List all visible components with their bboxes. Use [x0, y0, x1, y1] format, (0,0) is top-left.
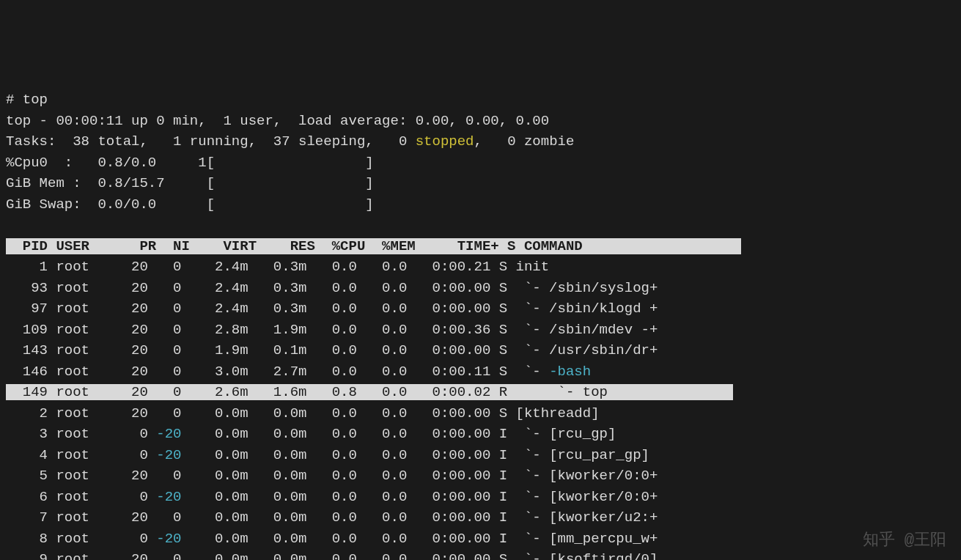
process-row: 3 root 0 -20 0.0m 0.0m 0.0 0.0 0:00.00 I… — [6, 426, 616, 442]
process-row: 9 root 20 0 0.0m 0.0m 0.0 0.0 0:00.00 S … — [6, 551, 658, 560]
prompt-line: # top — [6, 92, 48, 108]
top-cpu-line: %Cpu0 : 0.8/0.0 1[ ] — [6, 155, 374, 171]
process-row: 8 root 0 -20 0.0m 0.0m 0.0 0.0 0:00.00 I… — [6, 531, 658, 547]
top-summary-tasks-pre: Tasks: 38 total, 1 running, 37 sleeping,… — [6, 133, 416, 150]
process-table-header: PID USER PR NI VIRT RES %CPU %MEM TIME+ … — [6, 238, 741, 254]
top-summary-uptime: top - 00:00:11 up 0 min, 1 user, load av… — [6, 113, 549, 129]
process-row: 97 root 20 0 2.4m 0.3m 0.0 0.0 0:00.00 S… — [6, 301, 658, 317]
process-row: 1 root 20 0 2.4m 0.3m 0.0 0.0 0:00.21 S … — [6, 259, 549, 275]
top-stopped-label: stopped — [416, 133, 474, 150]
process-row: 109 root 20 0 2.8m 1.9m 0.0 0.0 0:00.36 … — [6, 322, 658, 338]
process-row: 93 root 20 0 2.4m 0.3m 0.0 0.0 0:00.00 S… — [6, 280, 658, 296]
process-row: 5 root 20 0 0.0m 0.0m 0.0 0.0 0:00.00 I … — [6, 468, 658, 484]
process-row: 6 root 0 -20 0.0m 0.0m 0.0 0.0 0:00.00 I… — [6, 489, 658, 505]
top-summary-tasks-post: , 0 zombie — [474, 133, 575, 150]
process-row: 149 root 20 0 2.6m 1.6m 0.8 0.0 0:00.02 … — [6, 384, 733, 400]
process-row: 7 root 20 0 0.0m 0.0m 0.0 0.0 0:00.00 I … — [6, 509, 658, 526]
top-mem-line: GiB Mem : 0.8/15.7 [ ] — [6, 175, 374, 191]
process-row: 4 root 0 -20 0.0m 0.0m 0.0 0.0 0:00.00 I… — [6, 447, 649, 463]
process-row: 146 root 20 0 3.0m 2.7m 0.0 0.0 0:00.11 … — [6, 364, 591, 380]
process-row: 143 root 20 0 1.9m 0.1m 0.0 0.0 0:00.00 … — [6, 342, 658, 358]
process-row: 2 root 20 0 0.0m 0.0m 0.0 0.0 0:00.00 S … — [6, 405, 600, 421]
process-table-body: 1 root 20 0 2.4m 0.3m 0.0 0.0 0:00.21 S … — [6, 259, 733, 560]
top-swap-line: GiB Swap: 0.0/0.0 [ ] — [6, 196, 374, 213]
terminal-output: # top top - 00:00:11 up 0 min, 1 user, l… — [6, 89, 955, 560]
